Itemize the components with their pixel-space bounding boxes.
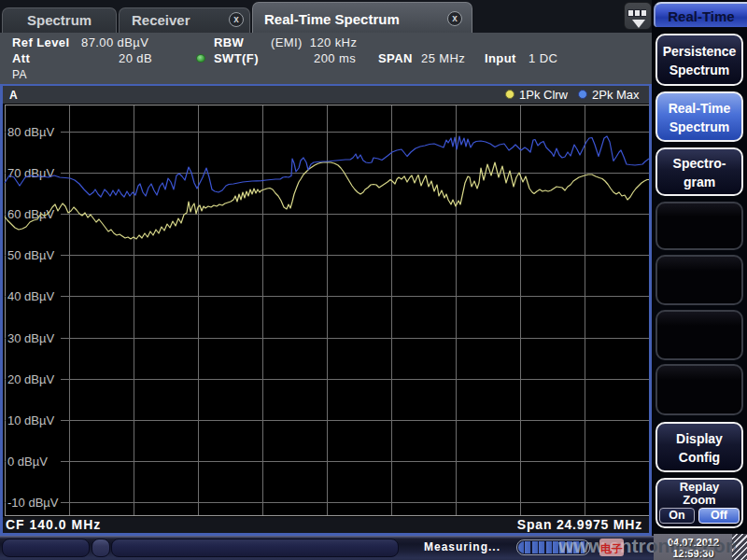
svg-text:10 dBµV: 10 dBµV: [7, 413, 54, 427]
svg-text:50 dBµV: 50 dBµV: [7, 248, 54, 262]
svg-text:0 dBµV: 0 dBµV: [7, 455, 48, 469]
svg-text:30 dBµV: 30 dBµV: [7, 331, 54, 345]
svg-text:-10 dBµV: -10 dBµV: [7, 496, 59, 510]
svg-text:40 dBµV: 40 dBµV: [7, 289, 54, 303]
svg-text:80 dBµV: 80 dBµV: [7, 125, 54, 139]
svg-text:20 dBµV: 20 dBµV: [7, 372, 54, 386]
